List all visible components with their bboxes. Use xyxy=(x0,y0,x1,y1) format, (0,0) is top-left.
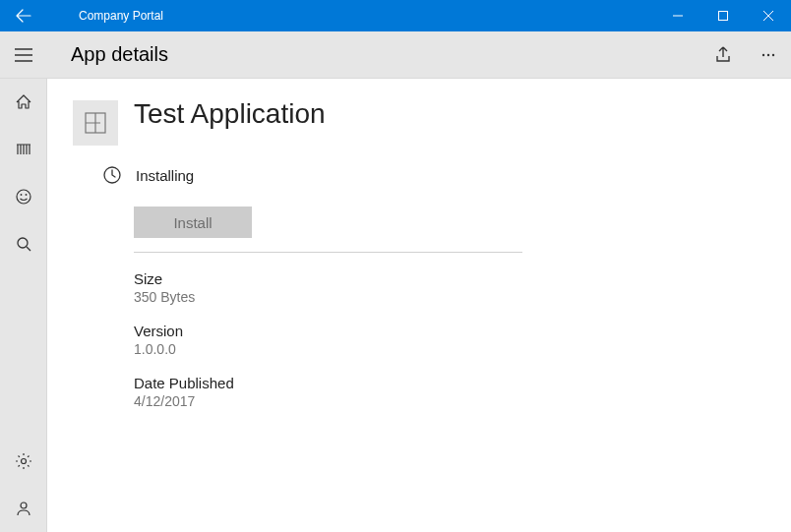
field-version: Version 1.0.0.0 xyxy=(134,323,791,357)
field-value: 1.0.0.0 xyxy=(134,341,791,357)
field-date: Date Published 4/12/2017 xyxy=(134,375,791,409)
svg-rect-0 xyxy=(719,12,728,21)
sidebar-item-apps[interactable] xyxy=(0,126,47,173)
maximize-icon xyxy=(718,11,728,21)
close-icon xyxy=(763,11,773,21)
content-area: Test Application Installing Install Size… xyxy=(47,79,791,532)
arrow-left-icon xyxy=(16,8,31,24)
share-button[interactable] xyxy=(700,31,746,79)
home-icon xyxy=(15,93,32,111)
field-value: 4/12/2017 xyxy=(134,393,791,409)
back-button[interactable] xyxy=(0,0,47,31)
share-icon xyxy=(713,45,733,65)
field-value: 350 Bytes xyxy=(134,289,791,305)
field-size: Size 350 Bytes xyxy=(134,270,791,305)
app-tile-icon xyxy=(85,112,106,134)
title-bar: Company Portal xyxy=(0,0,791,31)
clock-icon xyxy=(102,165,122,185)
svg-point-7 xyxy=(18,238,28,248)
install-button[interactable]: Install xyxy=(134,207,252,238)
app-name: Test Application xyxy=(134,98,791,130)
sidebar-item-settings[interactable] xyxy=(0,438,47,485)
search-icon xyxy=(15,235,32,253)
sidebar-item-search[interactable] xyxy=(0,220,47,267)
hamburger-icon xyxy=(15,48,32,62)
sidebar-item-profile[interactable] xyxy=(0,485,47,532)
svg-point-6 xyxy=(26,194,28,196)
minimize-icon xyxy=(673,11,683,21)
minimize-button[interactable] xyxy=(655,0,700,31)
field-label: Version xyxy=(134,323,791,339)
smiley-icon xyxy=(15,188,32,206)
maximize-button[interactable] xyxy=(700,0,746,31)
page-title: App details xyxy=(47,43,168,66)
header-bar: App details xyxy=(0,31,791,79)
svg-point-5 xyxy=(21,194,23,196)
hamburger-button[interactable] xyxy=(0,31,47,79)
close-button[interactable] xyxy=(746,0,791,31)
gear-icon xyxy=(15,452,32,470)
more-button[interactable] xyxy=(746,31,791,79)
svg-point-9 xyxy=(21,502,27,508)
status-text: Installing xyxy=(136,167,194,184)
status-row: Installing xyxy=(102,165,791,185)
app-info: Test Application Installing Install Size… xyxy=(134,98,791,532)
svg-point-4 xyxy=(17,190,30,204)
field-label: Size xyxy=(134,270,791,287)
svg-point-1 xyxy=(762,53,764,55)
field-label: Date Published xyxy=(134,375,791,391)
sidebar xyxy=(0,79,47,532)
svg-point-2 xyxy=(767,53,769,55)
list-icon xyxy=(15,141,32,158)
app-icon-box xyxy=(73,100,118,146)
window-title: Company Portal xyxy=(47,9,163,23)
more-icon xyxy=(761,47,776,63)
divider xyxy=(134,252,522,253)
person-icon xyxy=(15,500,32,517)
svg-point-8 xyxy=(22,459,27,464)
sidebar-item-feedback[interactable] xyxy=(0,173,47,220)
sidebar-item-home[interactable] xyxy=(0,79,47,126)
svg-point-3 xyxy=(772,53,774,55)
